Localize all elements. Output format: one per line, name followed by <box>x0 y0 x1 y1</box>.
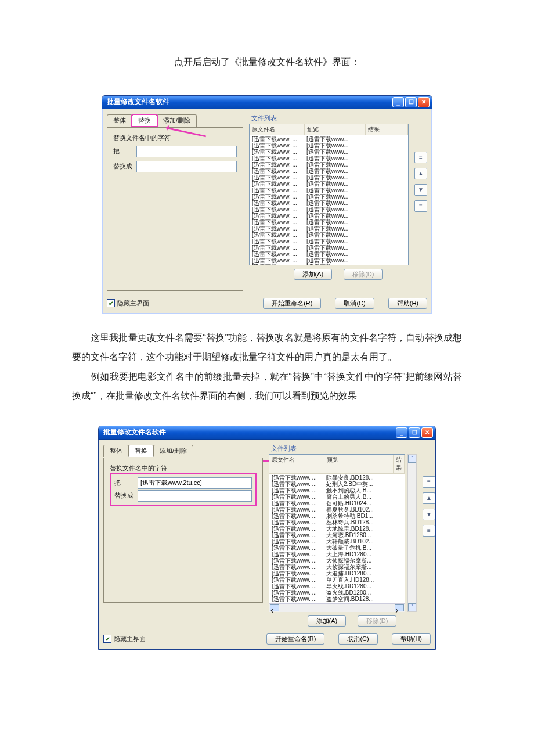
hide-main-checkbox[interactable]: ✔ 隐藏主界面 <box>107 299 149 308</box>
input-to[interactable] <box>138 490 252 502</box>
tab-replace[interactable]: 替换 <box>132 114 157 127</box>
input-from[interactable] <box>136 146 237 157</box>
move-down-button[interactable]: ▼ <box>423 509 435 520</box>
move-up-button[interactable]: ▲ <box>414 168 427 179</box>
list-item[interactable]: [迅雷下载www. ...单刀直入.HD128... <box>269 577 405 583</box>
list-item[interactable]: [迅雷下载www. ...创可贴.HD1024... <box>269 500 405 506</box>
col-preview[interactable]: 预览 <box>324 455 394 473</box>
list-item[interactable]: [迅雷下载www. ...大地惊雷.BD128... <box>269 525 405 532</box>
list-item[interactable]: [迅雷下载www. ...大侦探福尔摩斯... <box>269 564 405 570</box>
list-item[interactable]: [迅雷下载www. ...春夏秋冬.BD102... <box>269 506 405 513</box>
tab-add-delete[interactable]: 添加/删除 <box>157 114 197 127</box>
list-item[interactable]: [迅雷下载www. ...除暴安良.BD128... <box>269 474 405 481</box>
list-item[interactable]: [迅雷下载www. ...刺杀希特勒.BD1... <box>269 513 405 519</box>
list-item[interactable]: [迅雷下载www. ...[迅雷下载www... <box>250 206 408 213</box>
col-name[interactable]: 原文件名 <box>269 455 324 473</box>
cell-result <box>365 264 408 265</box>
col-result[interactable]: 结果 <box>366 124 408 135</box>
list-item[interactable]: [迅雷下载www. ...[迅雷下载www... <box>250 193 408 200</box>
list-item[interactable]: [迅雷下载www. ...[迅雷下载www... <box>250 161 408 168</box>
move-down-button[interactable]: ▼ <box>414 184 427 196</box>
tab-add-delete[interactable]: 添加/删除 <box>153 445 193 457</box>
scroll-left-icon[interactable]: ‹ <box>270 604 279 611</box>
cell-preview: [迅雷下载www... <box>304 136 365 142</box>
list-item[interactable]: [迅雷下载www. ...盗梦空间.BD128... <box>269 596 405 602</box>
scroll-up-icon[interactable]: ˄ <box>408 455 416 463</box>
scroll-right-icon[interactable]: › <box>395 604 404 611</box>
input-from[interactable] <box>138 477 252 489</box>
tab-replace[interactable]: 替换 <box>128 445 154 457</box>
add-button[interactable]: 添加(A) <box>294 269 333 280</box>
list-item[interactable]: [迅雷下载www. ...[迅雷下载www... <box>250 200 408 206</box>
maximize-button[interactable]: ☐ <box>405 97 417 107</box>
col-result[interactable]: 结果 <box>394 455 405 473</box>
list-item[interactable]: [迅雷下载www. ...[迅雷下载www... <box>250 225 408 232</box>
list-item[interactable]: [迅雷下载www. ...大轩颠威.BD102... <box>269 538 405 545</box>
vertical-scrollbar[interactable]: ˄ ˅ <box>407 454 417 612</box>
list-item[interactable]: [迅雷下载www. ...窗台上的男人.B... <box>269 494 405 500</box>
list-item[interactable]: [迅雷下载www. ...[迅雷下载www... <box>250 181 408 187</box>
move-up-button[interactable]: ▲ <box>423 492 435 504</box>
list-item[interactable]: [迅雷下载www. ...[迅雷下载www... <box>250 244 408 251</box>
minimize-button[interactable]: ‗ <box>396 427 407 438</box>
move-top-button[interactable]: ≡ <box>423 476 435 488</box>
hide-main-checkbox[interactable]: ✔ 隐藏主界面 <box>103 635 146 643</box>
list-item[interactable]: [迅雷下载www. ...大上海.HD1280... <box>269 551 405 557</box>
list-item[interactable]: [迅雷下载www. ...[迅雷下载www... <box>250 232 408 238</box>
minimize-button[interactable]: ‗ <box>392 97 404 107</box>
horizontal-scrollbar[interactable]: ‹ › <box>269 603 405 612</box>
remove-button[interactable]: 移除(D) <box>344 269 383 280</box>
titlebar[interactable]: 批量修改文件名软件 ‗ ☐ ✕ <box>99 426 435 440</box>
cancel-button[interactable]: 取消(C) <box>335 298 374 309</box>
cell-preview: [迅雷下载www... <box>304 232 365 238</box>
list-item[interactable]: [迅雷下载www. ...大追捕.HD1280... <box>269 570 405 577</box>
move-top-button[interactable]: ≡ <box>414 152 427 163</box>
help-button[interactable]: 帮助(H) <box>388 298 427 309</box>
list-item[interactable]: [迅雷下载www. ...[迅雷下载www... <box>250 168 408 174</box>
maximize-button[interactable]: ☐ <box>409 427 420 438</box>
list-item[interactable]: [迅雷下载www. ...[迅雷下载www... <box>250 174 408 181</box>
tab-whole[interactable]: 整体 <box>107 114 132 127</box>
list-item[interactable]: [迅雷下载www. ...触不到的恋人.B... <box>269 487 405 494</box>
list-item[interactable]: [迅雷下载www. ...[迅雷下载www... <box>250 238 408 244</box>
start-rename-button[interactable]: 开始重命名(R) <box>263 298 321 309</box>
close-button[interactable]: ✕ <box>418 97 430 107</box>
col-name[interactable]: 原文件名 <box>250 124 305 135</box>
input-to[interactable] <box>136 161 237 172</box>
list-item[interactable]: [迅雷下载www. ...[迅雷下载www... <box>250 264 408 265</box>
list-item[interactable]: [迅雷下载www. ...导火线.DD1280... <box>269 583 405 589</box>
col-preview[interactable]: 预览 <box>305 124 366 135</box>
list-item[interactable]: [迅雷下载www. ...丛林奇兵.BD128... <box>269 519 405 525</box>
remove-button[interactable]: 移除(D) <box>358 615 396 627</box>
add-button[interactable]: 添加(A) <box>308 615 347 627</box>
cell-preview: [迅雷下载www... <box>304 149 365 155</box>
close-button[interactable]: ✕ <box>421 427 433 438</box>
titlebar[interactable]: 批量修改文件名软件 ‗ ☐ ✕ <box>102 96 432 109</box>
file-list[interactable]: 原文件名 预览 结果 [迅雷下载www. ...[迅雷下载www...[迅雷下载… <box>249 124 409 265</box>
list-item[interactable]: [迅雷下载www. ...[迅雷下载www... <box>250 213 408 219</box>
list-item[interactable]: [迅雷下载www. ...[迅雷下载www... <box>250 251 408 257</box>
scroll-down-icon[interactable]: ˅ <box>408 603 416 611</box>
list-item[interactable]: [迅雷下载www. ...大破量子危机.B... <box>269 545 405 551</box>
cancel-button[interactable]: 取消(C) <box>338 633 377 645</box>
list-item[interactable]: [迅雷下载www. ...[迅雷下载www... <box>250 142 408 149</box>
tab-whole[interactable]: 整体 <box>103 445 129 457</box>
list-item[interactable]: [迅雷下载www. ...[迅雷下载www... <box>250 219 408 225</box>
list-item[interactable]: [迅雷下载www. ...[迅雷下载www... <box>250 257 408 264</box>
help-button[interactable]: 帮助(H) <box>392 633 431 645</box>
start-rename-button[interactable]: 开始重命名(R) <box>266 633 324 645</box>
list-item[interactable]: [迅雷下载www. ...大侦探福尔摩斯... <box>269 557 405 564</box>
move-bottom-button[interactable]: ≡ <box>414 200 427 212</box>
file-list[interactable]: 原文件名 预览 结果 [迅雷下载www. ...除暴安良.BD128...[迅雷… <box>269 454 405 603</box>
move-bottom-button[interactable]: ≡ <box>423 525 435 537</box>
cell-name: [迅雷下载www. ... <box>250 244 304 251</box>
list-item[interactable]: [迅雷下载www. ...[迅雷下载www... <box>250 136 408 142</box>
list-item[interactable]: [迅雷下载www. ...[迅雷下载www... <box>250 149 408 155</box>
list-item[interactable]: [迅雷下载www. ...[迅雷下载www... <box>250 187 408 193</box>
cell-result <box>365 219 408 225</box>
list-item[interactable]: [迅雷下载www. ...盗火线.BD1280... <box>269 589 405 596</box>
list-item[interactable]: [迅雷下载www. ...[迅雷下载www... <box>250 155 408 161</box>
list-item[interactable]: [迅雷下载www. ...处刑人2.BD中英... <box>269 481 405 487</box>
replace-panel: 替换文件名中的字符 把 替换成 <box>107 127 243 291</box>
list-item[interactable]: [迅雷下载www. ...大河恋.BD1280... <box>269 532 405 538</box>
